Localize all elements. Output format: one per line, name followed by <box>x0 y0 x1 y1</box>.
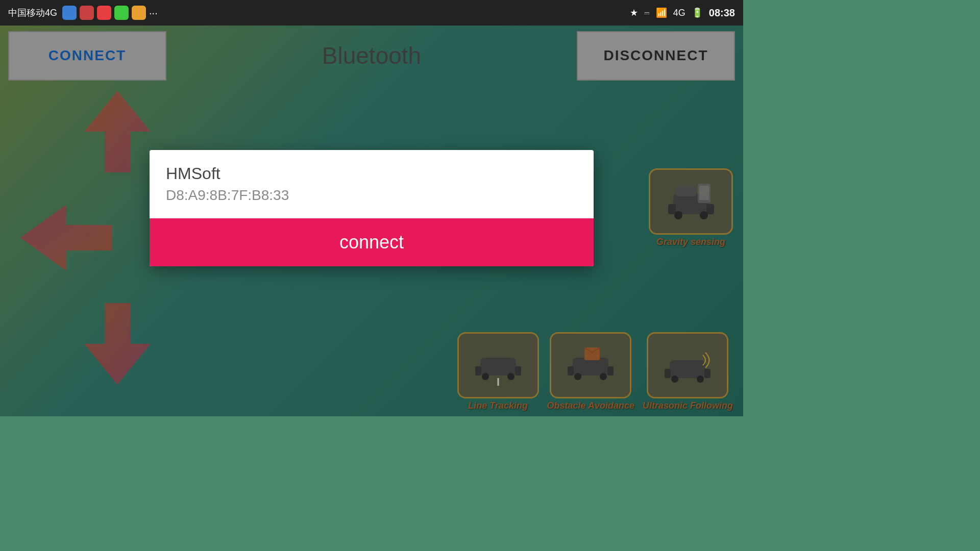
app-icon-3 <box>97 6 111 20</box>
modal-overlay[interactable]: HMSoft D8:A9:8B:7F:B8:33 connect <box>0 0 743 416</box>
status-left: 中国移动4G ··· <box>8 6 158 20</box>
wifi-icon: 📶 <box>656 7 667 18</box>
bluetooth-icon: ★ <box>630 7 638 18</box>
device-name: HMSoft <box>166 164 577 183</box>
vibrate-icon: ⎓ <box>644 8 650 18</box>
bluetooth-device-modal: HMSoft D8:A9:8B:7F:B8:33 connect <box>150 150 594 266</box>
app-icon-1 <box>62 6 77 20</box>
app-icon-2 <box>80 6 94 20</box>
app-icon-5 <box>132 6 146 20</box>
signal-icon: 4G <box>673 8 685 18</box>
connect-action-button[interactable]: connect <box>150 218 594 266</box>
status-bar: 中国移动4G ··· ★ ⎓ 📶 4G 🔋 08:38 <box>0 0 743 26</box>
battery-icon: 🔋 <box>692 7 703 18</box>
app-icon-4 <box>114 6 129 20</box>
status-right: ★ ⎓ 📶 4G 🔋 08:38 <box>630 7 735 19</box>
device-address: D8:A9:8B:7F:B8:33 <box>166 187 577 204</box>
carrier-text: 中国移动4G <box>8 7 57 19</box>
app-icons: ··· <box>62 6 158 20</box>
more-icon: ··· <box>149 7 158 19</box>
time-display: 08:38 <box>709 7 735 19</box>
modal-content: HMSoft D8:A9:8B:7F:B8:33 <box>150 150 594 218</box>
